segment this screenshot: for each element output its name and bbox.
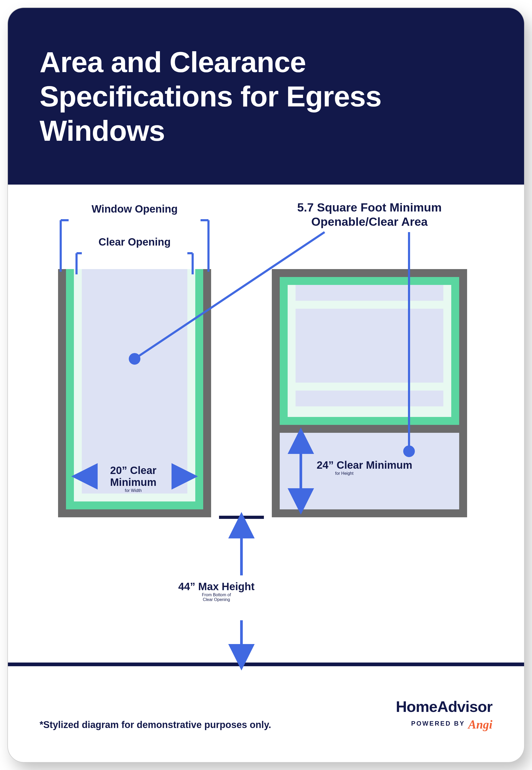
label-window-opening: Window Opening	[69, 203, 201, 215]
window-right-pane-top	[296, 285, 443, 301]
label-height-sub: for Height	[317, 471, 427, 476]
powered-by-text: POWERED BY	[411, 720, 465, 727]
label-clear-opening: Clear Opening	[79, 236, 190, 248]
window-right-frame	[280, 277, 459, 425]
brand-homeadvisor: HomeAdvisor	[396, 698, 492, 715]
label-width-sub: for Width	[90, 488, 177, 493]
label-width-min: 20” Clear Minimum for Width	[90, 465, 177, 493]
label-height-min: 24” Clear Minimum for Height	[317, 459, 427, 476]
brand-block: HomeAdvisor POWERED BY Angi	[396, 698, 492, 730]
window-right-inner	[288, 285, 451, 417]
window-right-pane-bot	[296, 391, 443, 407]
header: Area and Clearance Specifications for Eg…	[8, 8, 524, 184]
label-sqft-min: 5.7 Square Foot Minimum Openable/Clear A…	[272, 200, 467, 229]
label-max-height-bold: 44” Max Height	[166, 581, 267, 593]
footer: *Stylized diagram for demonstrative purp…	[8, 679, 524, 762]
label-max-height-sub2: Clear Opening	[166, 597, 267, 602]
label-sqft-line2: Openable/Clear Area	[272, 215, 467, 229]
floor-line	[8, 663, 524, 666]
window-left-glass	[82, 269, 187, 494]
brand-powered-by: POWERED BY Angi	[396, 716, 492, 730]
label-max-height-sub1: From Bottom of	[166, 593, 267, 597]
label-height-bold: 24” Clear Minimum	[317, 459, 427, 471]
title: Area and Clearance Specifications for Eg…	[40, 45, 492, 148]
infographic-card: Area and Clearance Specifications for Eg…	[8, 8, 524, 762]
label-max-height: 44” Max Height From Bottom of Clear Open…	[166, 581, 267, 602]
window-right-pane-mid	[296, 309, 443, 382]
label-width-bold: 20” Clear Minimum	[90, 465, 177, 488]
diagram-area: Window Opening Clear Opening 5.7 Square …	[8, 184, 524, 726]
label-sqft-line1: 5.7 Square Foot Minimum	[272, 200, 467, 215]
window-right	[272, 269, 467, 517]
disclaimer: *Stylized diagram for demonstrative purp…	[40, 719, 271, 730]
brand-angi: Angi	[468, 717, 492, 731]
